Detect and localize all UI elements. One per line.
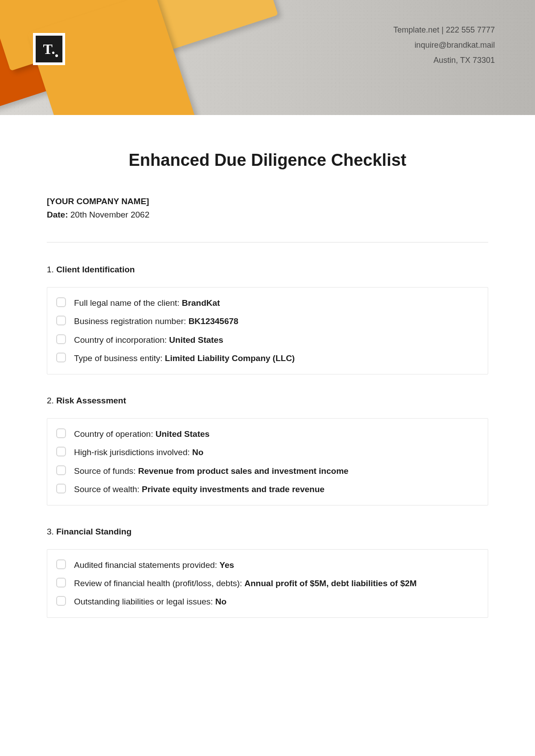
content-area: Enhanced Due Diligence Checklist [YOUR C…: [0, 115, 535, 636]
checklist-row: High-risk jurisdictions involved: No: [56, 443, 479, 461]
logo-letter: T.: [43, 41, 55, 58]
item-value: No: [192, 448, 203, 457]
item-text: Business registration number:: [74, 316, 189, 326]
header-contact-info: Template.net | 222 555 7777 inquire@bran…: [393, 22, 495, 68]
section-heading-2: 2. Risk Assessment: [47, 396, 488, 406]
item-text: Source of funds:: [74, 466, 138, 476]
logo: T.: [36, 36, 62, 62]
date-line: Date: 20th November 2062: [47, 210, 488, 220]
item-value: Limited Liability Company (LLC): [165, 353, 295, 363]
header-line-3: Austin, TX 73301: [393, 53, 495, 68]
checklist-box-1: Full legal name of the client: BrandKat …: [47, 287, 488, 374]
checklist-row: Country of incorporation: United States: [56, 331, 479, 349]
checklist-row: Business registration number: BK12345678: [56, 312, 479, 330]
checkbox[interactable]: [56, 353, 66, 362]
item-text: Review of financial health (profit/loss,…: [74, 579, 244, 588]
section-heading-1: 1. Client Identification: [47, 265, 488, 275]
page-title: Enhanced Due Diligence Checklist: [47, 151, 488, 170]
checklist-item: Audited financial statements provided: Y…: [74, 559, 234, 571]
checklist-row: Full legal name of the client: BrandKat: [56, 294, 479, 312]
item-text: High-risk jurisdictions involved:: [74, 448, 192, 457]
section-label: Risk Assessment: [56, 396, 126, 405]
checkbox[interactable]: [56, 484, 66, 493]
header-band: T. Template.net | 222 555 7777 inquire@b…: [0, 0, 535, 115]
checkbox[interactable]: [56, 447, 66, 456]
checkbox[interactable]: [56, 578, 66, 588]
section-number: 3.: [47, 527, 54, 536]
checkbox[interactable]: [56, 559, 66, 569]
header-line-1: Template.net | 222 555 7777: [393, 22, 495, 37]
item-value: Private equity investments and trade rev…: [142, 485, 325, 494]
checkbox[interactable]: [56, 596, 66, 606]
item-value: United States: [169, 335, 223, 345]
section-heading-3: 3. Financial Standing: [47, 527, 488, 537]
item-value: Revenue from product sales and investmen…: [138, 466, 349, 476]
item-value: Yes: [219, 560, 234, 570]
section-number: 2.: [47, 396, 54, 405]
item-text: Audited financial statements provided:: [74, 560, 219, 570]
checkbox[interactable]: [56, 428, 66, 438]
item-value: BK12345678: [189, 316, 239, 326]
checklist-item: Country of incorporation: United States: [74, 333, 223, 346]
item-value: BrandKat: [182, 298, 220, 308]
section-number: 1.: [47, 265, 54, 274]
checklist-row: Audited financial statements provided: Y…: [56, 556, 479, 574]
item-text: Source of wealth:: [74, 485, 142, 494]
date-label: Date:: [47, 210, 68, 219]
divider: [47, 242, 488, 242]
checklist-item: Source of wealth: Private equity investm…: [74, 483, 325, 496]
checklist-row: Source of wealth: Private equity investm…: [56, 480, 479, 498]
checklist-item: Business registration number: BK12345678: [74, 315, 239, 328]
item-value: United States: [156, 429, 210, 439]
checkbox[interactable]: [56, 297, 66, 307]
checklist-item: High-risk jurisdictions involved: No: [74, 446, 203, 459]
item-value: No: [215, 597, 226, 606]
header-line-2: inquire@brandkat.mail: [393, 37, 495, 53]
item-text: Country of incorporation:: [74, 335, 169, 345]
checklist-row: Country of operation: United States: [56, 425, 479, 443]
checklist-box-3: Audited financial statements provided: Y…: [47, 549, 488, 618]
section-label: Client Identification: [56, 265, 135, 274]
item-text: Full legal name of the client:: [74, 298, 182, 308]
checklist-item: Country of operation: United States: [74, 427, 210, 440]
checklist-row: Source of funds: Revenue from product sa…: [56, 462, 479, 480]
checkbox[interactable]: [56, 316, 66, 325]
item-text: Type of business entity:: [74, 353, 165, 363]
section-label: Financial Standing: [56, 527, 132, 536]
item-text: Outstanding liabilities or legal issues:: [74, 597, 215, 606]
checklist-row: Type of business entity: Limited Liabili…: [56, 349, 479, 367]
checklist-row: Review of financial health (profit/loss,…: [56, 574, 479, 592]
checkbox[interactable]: [56, 465, 66, 475]
checklist-item: Full legal name of the client: BrandKat: [74, 296, 220, 309]
checkbox[interactable]: [56, 334, 66, 344]
checklist-item: Review of financial health (profit/loss,…: [74, 577, 417, 590]
checklist-box-2: Country of operation: United States High…: [47, 418, 488, 505]
document-page: T. Template.net | 222 555 7777 inquire@b…: [0, 0, 535, 636]
item-value: Annual profit of $5M, debt liabilities o…: [244, 579, 416, 588]
company-name-placeholder: [YOUR COMPANY NAME]: [47, 197, 488, 206]
checklist-item: Type of business entity: Limited Liabili…: [74, 352, 295, 365]
checklist-item: Source of funds: Revenue from product sa…: [74, 464, 349, 477]
checklist-row: Outstanding liabilities or legal issues:…: [56, 592, 479, 611]
item-text: Country of operation:: [74, 429, 156, 439]
checklist-item: Outstanding liabilities or legal issues:…: [74, 595, 226, 608]
date-value: 20th November 2062: [70, 210, 149, 219]
